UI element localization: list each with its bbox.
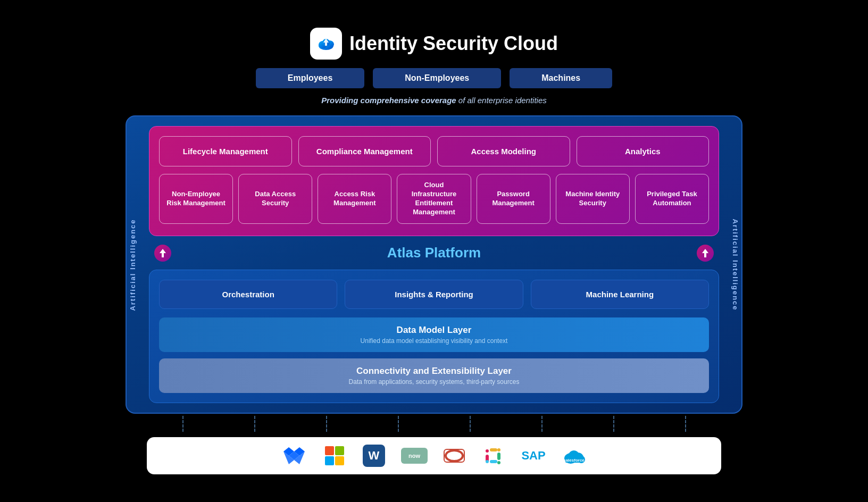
box-cloud-infra: CloudInfrastructureEntitlementManagement <box>397 174 471 224</box>
box-privileged-task: Privileged TaskAutomation <box>635 174 709 224</box>
ai-label-left: Artificial Intelligence <box>129 219 137 311</box>
atlas-arrow-right <box>697 245 714 262</box>
svg-rect-21 <box>486 460 489 463</box>
cloud-icon <box>310 28 342 60</box>
logo-oracle <box>444 449 465 463</box>
data-model-title: Data Model Layer <box>170 325 698 336</box>
box-machine-learning: Machine Learning <box>531 280 709 309</box>
large-boxes-row: Lifecycle Management Compliance Manageme… <box>159 136 709 167</box>
connectivity-subtitle: Data from applications, security systems… <box>170 378 698 386</box>
svg-rect-16 <box>490 448 497 451</box>
dashed-lines <box>126 416 742 432</box>
box-non-employee-risk: Non-EmployeeRisk Management <box>159 174 233 224</box>
svg-marker-6 <box>160 249 166 257</box>
subtitle-bold: Providing comprehensive coverage <box>321 96 456 105</box>
logo-sap: SAP <box>521 444 546 468</box>
logo-slack <box>481 444 505 468</box>
svg-rect-18 <box>497 453 500 460</box>
box-lifecycle: Lifecycle Management <box>159 136 292 167</box>
box-access-modeling: Access Modeling <box>437 136 570 167</box>
svg-rect-20 <box>490 460 497 463</box>
svg-rect-15 <box>486 449 489 453</box>
dashed-line-5 <box>470 416 471 432</box>
svg-point-13 <box>446 450 463 461</box>
box-compliance: Compliance Management <box>298 136 431 167</box>
svg-text:salesforce: salesforce <box>563 458 585 463</box>
dashed-line-3 <box>326 416 327 432</box>
header: Identity Security Cloud Employees Non-Em… <box>126 28 742 105</box>
box-analytics: Analytics <box>577 136 710 167</box>
tab-employees[interactable]: Employees <box>256 68 364 88</box>
small-boxes-row: Non-EmployeeRisk Management Data AccessS… <box>159 174 709 224</box>
box-orchestration: Orchestration <box>159 280 337 309</box>
subtitle: Providing comprehensive coverage of all … <box>321 96 547 105</box>
diagram-container: Identity Security Cloud Employees Non-Em… <box>115 17 753 485</box>
svg-rect-5 <box>325 43 327 46</box>
dashed-line-4 <box>398 416 399 432</box>
box-access-risk: Access RiskManagement <box>318 174 391 224</box>
data-model-layer: Data Model Layer Unified data model esta… <box>159 317 709 352</box>
blue-section: Orchestration Insights & Reporting Machi… <box>149 270 719 403</box>
main-title: Identity Security Cloud <box>349 32 558 55</box>
atlas-arrow-left <box>154 245 171 262</box>
box-password: PasswordManagement <box>477 174 550 224</box>
atlas-row: Atlas Platform <box>149 236 719 270</box>
tab-non-employees[interactable]: Non-Employees <box>373 68 501 88</box>
svg-rect-19 <box>497 461 500 464</box>
inner-content: Lifecycle Management Compliance Manageme… <box>149 126 719 403</box>
subtitle-rest: of all enterprise identities <box>456 96 547 105</box>
dashed-line-7 <box>613 416 614 432</box>
atlas-arrows <box>149 245 719 262</box>
orchestration-row: Orchestration Insights & Reporting Machi… <box>159 280 709 309</box>
connectivity-title: Connectivity and Extensibility Layer <box>170 366 698 376</box>
tab-row: Employees Non-Employees Machines <box>256 68 612 88</box>
dashed-line-2 <box>254 416 255 432</box>
title-row: Identity Security Cloud <box>310 28 558 60</box>
box-insights: Insights & Reporting <box>345 280 523 309</box>
data-model-subtitle: Unified data model establishing visibili… <box>170 337 698 345</box>
box-machine-identity: Machine IdentitySecurity <box>556 174 630 224</box>
dashed-line-8 <box>685 416 686 432</box>
logo-salesforce: salesforce <box>562 444 586 468</box>
logo-bar: W now SAP <box>147 437 721 474</box>
ai-label-right: Artificial Intelligence <box>731 219 739 311</box>
logo-servicenow: now <box>401 448 428 464</box>
connectivity-layer: Connectivity and Extensibility Layer Dat… <box>159 358 709 393</box>
box-data-access: Data AccessSecurity <box>238 174 312 224</box>
svg-rect-17 <box>497 448 500 451</box>
dashed-line-1 <box>182 416 183 432</box>
dashed-line-6 <box>541 416 542 432</box>
svg-marker-7 <box>702 249 708 257</box>
logo-microsoft <box>322 444 347 468</box>
logo-workday: W <box>363 445 385 467</box>
logo-dropbox <box>282 444 306 468</box>
tab-machines[interactable]: Machines <box>510 68 612 88</box>
outer-box: Artificial Intelligence Artificial Intel… <box>126 115 742 414</box>
pink-section: Lifecycle Management Compliance Manageme… <box>149 126 719 236</box>
